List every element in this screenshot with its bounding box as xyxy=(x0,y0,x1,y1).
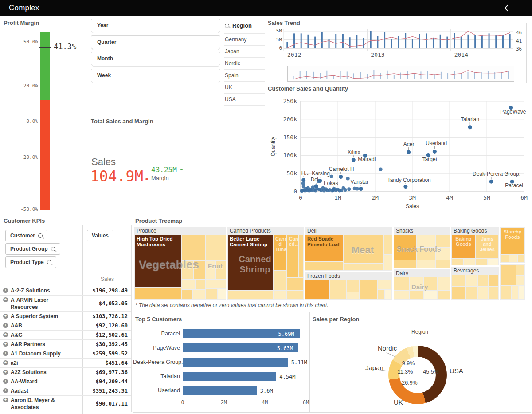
treemap-tile[interactable] xyxy=(394,277,409,290)
treemap-tile[interactable] xyxy=(452,275,465,286)
trend-bar[interactable] xyxy=(412,39,413,48)
treemap-tile[interactable] xyxy=(424,277,437,290)
customer-name-cell[interactable]: +A Superior System xyxy=(0,312,76,321)
treemap-tile[interactable] xyxy=(501,286,511,299)
treemap-tile[interactable] xyxy=(417,248,435,260)
treemap-tile[interactable] xyxy=(344,235,383,263)
treemap-tile[interactable] xyxy=(216,261,226,279)
region-item-japan[interactable]: Japan xyxy=(224,45,265,57)
customer-name-cell[interactable]: +Aaron D. Meyer & Associates xyxy=(0,396,76,412)
treemap-tile[interactable] xyxy=(438,291,450,299)
trend-bar[interactable] xyxy=(426,33,427,48)
trend-bar[interactable] xyxy=(342,34,344,48)
scatter-point[interactable] xyxy=(489,180,493,184)
customer-name-cell[interactable]: +a2i xyxy=(0,359,76,367)
trend-bar[interactable] xyxy=(314,37,316,48)
expand-icon[interactable]: + xyxy=(3,323,8,328)
customer-name-cell[interactable]: +A2Z Solutions xyxy=(0,368,76,377)
treemap-tile[interactable] xyxy=(182,261,193,279)
donut-label-japan[interactable]: Japan xyxy=(365,364,383,371)
table-row[interactable]: +A&B$92,120.60 xyxy=(0,321,131,330)
treemap-tile[interactable] xyxy=(436,235,450,247)
customer-name-cell[interactable]: +AA-Wizard xyxy=(0,377,76,386)
treemap-tile[interactable] xyxy=(218,289,226,299)
trend-bar[interactable] xyxy=(474,35,476,48)
treemap-tile[interactable] xyxy=(378,280,391,289)
scatter-point[interactable] xyxy=(330,175,333,178)
treemap-tile[interactable] xyxy=(206,261,215,279)
treemap-tile[interactable] xyxy=(135,288,181,299)
expand-icon[interactable]: + xyxy=(3,297,8,302)
donut-label-usa[interactable]: USA xyxy=(450,367,463,375)
treemap-tile[interactable] xyxy=(385,290,391,299)
table-row[interactable]: +A1 Datacom Supply$259,599.52 xyxy=(0,349,131,358)
treemap-group-header[interactable]: Baking Goods xyxy=(451,227,499,235)
trend-bar[interactable] xyxy=(391,39,392,48)
trend-bar[interactable] xyxy=(467,35,469,48)
trend-bar[interactable] xyxy=(370,31,372,48)
chevron-left-icon[interactable] xyxy=(503,4,511,12)
scatter-point[interactable] xyxy=(347,187,351,191)
treemap-tile[interactable] xyxy=(182,280,195,289)
expand-icon[interactable]: + xyxy=(3,398,8,402)
donut-label-nordic[interactable]: Nordic xyxy=(378,344,397,352)
scatter-point[interactable] xyxy=(331,188,335,192)
scatter-point[interactable] xyxy=(359,187,363,191)
treemap-group-header[interactable]: Frozen Foods xyxy=(305,272,392,280)
treemap-tile[interactable] xyxy=(501,265,516,285)
scatter-point[interactable] xyxy=(314,184,318,188)
sales-trend-chart[interactable]: 2012201320145M2.5M0464136 xyxy=(275,25,532,66)
treemap-tile[interactable] xyxy=(344,264,383,270)
treemap-tile[interactable] xyxy=(436,260,450,268)
treemap-tile[interactable]: Jams and Jellies xyxy=(476,235,498,258)
expand-icon[interactable]: + xyxy=(3,388,8,393)
expand-icon[interactable]: + xyxy=(3,332,8,337)
values-chip[interactable]: Values xyxy=(87,230,113,241)
trend-bar[interactable] xyxy=(356,35,357,48)
customer-name-cell[interactable]: +A-ARVIN Laser Resources xyxy=(0,296,76,311)
treemap-tile[interactable] xyxy=(417,260,435,268)
customer-name-cell[interactable]: +A&G xyxy=(0,331,76,339)
bar[interactable] xyxy=(183,372,276,381)
customer-name-cell[interactable]: +Aadast xyxy=(0,386,76,395)
profit-margin-gauge[interactable] xyxy=(40,32,50,210)
region-item-usa[interactable]: USA xyxy=(224,93,265,106)
treemap-tile[interactable] xyxy=(410,291,423,299)
scatter-point[interactable] xyxy=(433,150,437,154)
treemap-tile[interactable] xyxy=(394,291,409,299)
treemap-tile[interactable] xyxy=(512,286,518,299)
treemap-tile[interactable] xyxy=(182,290,192,299)
filter-box-month[interactable]: Month xyxy=(91,52,220,65)
trend-bar[interactable] xyxy=(301,33,302,48)
scatter-point[interactable] xyxy=(379,167,383,171)
trend-bar[interactable] xyxy=(363,38,364,48)
expand-icon[interactable]: + xyxy=(3,379,8,384)
bar[interactable] xyxy=(183,386,257,395)
treemap-tile[interactable] xyxy=(452,259,463,265)
treemap-tile[interactable]: Baking Goods xyxy=(452,235,475,258)
expand-icon[interactable]: + xyxy=(3,288,8,293)
expand-icon[interactable]: + xyxy=(3,370,8,375)
treemap-tile[interactable] xyxy=(206,289,217,299)
trend-bar[interactable] xyxy=(419,34,420,48)
treemap-tile[interactable] xyxy=(206,280,226,288)
table-row[interactable]: +A-ARVIN Laser Resources$4,053.05 xyxy=(0,295,131,311)
trend-bar[interactable] xyxy=(321,32,323,48)
filter-box-quarter[interactable]: Quarter xyxy=(91,35,220,49)
treemap-tile[interactable] xyxy=(305,262,343,270)
trend-bar[interactable] xyxy=(405,33,406,48)
treemap-tile[interactable] xyxy=(378,290,384,299)
treemap-tile[interactable] xyxy=(206,235,226,260)
treemap-tile[interactable] xyxy=(518,255,524,262)
trend-bar[interactable] xyxy=(495,35,497,48)
treemap-tile[interactable] xyxy=(228,291,273,299)
scatter-point[interactable] xyxy=(352,158,356,162)
sales-column-header[interactable]: Sales xyxy=(82,276,132,282)
region-filter-header[interactable]: Region xyxy=(224,20,265,33)
treemap-tile[interactable] xyxy=(287,291,303,299)
table-row[interactable]: +A&G$12,502.61 xyxy=(0,330,131,339)
bar[interactable] xyxy=(183,358,288,367)
treemap-tile[interactable] xyxy=(476,259,487,265)
expand-icon[interactable]: + xyxy=(3,314,8,319)
table-row[interactable]: +Aadast$351,243.31 xyxy=(0,386,131,395)
